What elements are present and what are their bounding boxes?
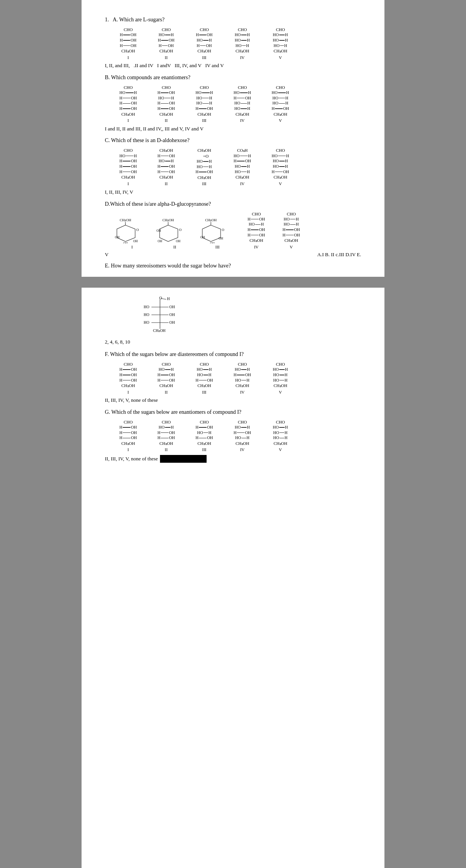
svg-text:OH: OH [219,237,223,240]
structure-V-a: CHO HOH HOH HOH CH₂OH V [265,27,296,60]
part-f-structures: CHO HOH HOH HOH CH₂OH I CHO HOH [113,361,361,395]
svg-text:CH₂OH: CH₂OH [153,328,165,333]
part-e-label: E. How many stereoisomers would the suga… [105,262,361,270]
answer-g-row: II, III, IV, V, none of these [105,455,361,463]
sugar-e-drawing: O H HO OH HO OH HO OH CH₂OH [136,294,183,333]
answer-f: II, III, IV, V, none of these [105,396,361,404]
part-g-structures: CHO HOH HOH HOH CH₂OH I CHO HOH [113,419,361,453]
svg-text:CH₂OH: CH₂OH [205,218,217,222]
structure-I-b: CHO HOH HOH HOH HOH CH₂OH I [113,85,144,123]
answer-1d-row: V A.I B. II c.III D.IV E. [105,252,361,258]
page: 1. A. Which are L-sugars? CHO HOH HOH HO… [82,0,384,868]
structure-I-c: CHO HOH HOH HOH HOH CH₂OH I [113,148,144,186]
part-b-structures: CHO HOH HOH HOH HOH CH₂OH I [113,85,361,123]
svg-text:OH: OH [176,240,181,243]
structure-II-a: CHO HOH HOH HOH CH₂OH II [151,27,182,60]
svg-text:O: O [136,228,139,232]
structure-III-b: CHO HOH HOH HOH HOH CH₂OH III [189,85,220,123]
structure-III-a: CHO HOH HOH HOH CH₂OH III [189,27,220,60]
answer-1b: I and II, II and III, II and IV,, III an… [105,125,361,133]
svg-marker-16 [202,225,221,241]
svg-text:CH₂OH: CH₂OH [120,218,131,222]
svg-text:OH: OH [158,240,162,243]
answer-g-text: II, III, IV, V, none of these [105,456,158,462]
svg-text:OH: OH [169,320,175,325]
structure-IV-d: CHO HOH HOH HOH HOH CH₂OH IV [241,211,272,250]
svg-text:O: O [179,228,182,232]
svg-text:OH: OH [169,305,175,309]
svg-text:O: O [222,228,224,232]
pyranose-ring-II: CH₂OH O OH OH OH [156,218,193,243]
structure-V-b: CHO HOH HOH HOH HOH CH₂OH V [265,85,296,123]
svg-text:OH: OH [156,229,161,233]
structure-II-g: CHO HOH HOH HOH CH₂OH II [151,419,182,453]
pyranose-ring-III: CH₂OH O OH OH OH [199,218,236,243]
part-c-structures: CHO HOH HOH HOH HOH CH₂OH I [113,148,361,187]
svg-text:H: H [167,297,170,301]
answer-1d-v: V [105,252,317,258]
structure-III-g: CHO HOH HOH HOH CH₂OH III [189,419,220,453]
answer-e: 2, 4, 6, 8, 10 [105,338,361,346]
pyranose-ring-I: CH₂OH O OH OH OH [114,218,151,243]
answer-1d-text: A.I B. II c.III D.IV E. [317,252,361,258]
part-a-structures: CHO HOH HOH HOH CH₂OH I CHO [113,27,361,60]
svg-text:OH: OH [123,242,128,243]
part-b-label: B. Which compounds are enantiomers? [105,73,361,82]
label-IV-a: IV [240,55,245,61]
structure-II-c: CH₂OH HOH HOH HOH HOH CH₂OH II [151,148,182,186]
svg-text:HO: HO [144,305,149,309]
structure-IV-g: CHO HOH HOH HOH CH₂OH IV [227,419,258,453]
structure-I-g: CHO HOH HOH HOH CH₂OH I [113,419,144,453]
structure-V-f: CHO HOH HOH HOH CH₂OH V [265,361,296,395]
label-II-a: II [165,55,167,61]
label-III-a: III [202,55,207,61]
part-g-label: G. Which of the sugars below are enantio… [105,408,361,416]
answer-1c: I, II, III, IV, V [105,188,361,196]
structure-III-f: CHO HOH HOH HOH CH₂OH III [189,361,220,395]
svg-text:HO: HO [144,320,149,325]
structure-III-c: CH₂OH =O HOH HOH HOH CH₂OH III [189,148,220,187]
label-V-a: V [279,55,282,61]
structure-I-f: CHO HOH HOH HOH CH₂OH I [113,361,144,395]
answer-1a: I, II, and III, .II and IV I andV III, I… [105,62,361,69]
structure-IV-b: CHO HOH HOH HOH HOH CH₂OH IV [227,85,258,123]
sugar-e-structure: O H HO OH HO OH HO OH CH₂OH [136,294,361,334]
structure-V-d: CHO HOH HOH HOH HOH CH₂OH V [276,211,307,250]
question-1-text: 1. A. Which are L-sugars? [105,16,361,24]
structure-V-c: CHO HOH HOH HOH HOH CH₂OH V [265,148,296,186]
label-I-a: I [127,55,129,61]
structure-IV-f: CHO HOH HOH HOH CH₂OH IV [227,361,258,395]
svg-text:OH: OH [200,236,205,239]
page-break [82,277,384,288]
svg-marker-2 [117,225,135,241]
part-f-label: F. Which of the sugars below are diaster… [105,350,361,358]
svg-text:OH: OH [210,242,215,243]
svg-text:OH: OH [169,312,175,317]
svg-text:OH: OH [115,236,120,239]
structure-IV-c: CO₂H HOH HOH HOH HOH CH₂OH IV [227,148,258,186]
part-d-label: D.Which of these is/are alpha-D-glucopyr… [105,200,361,208]
part-c-label: C. Which of these is an D-aldohexose? [105,136,361,144]
part-d-structures: CH₂OH O OH OH OH I CH₂OH O O [113,211,361,250]
pyranose-III: CH₂OH O OH OH OH III [198,218,237,250]
structure-II-f: CHO HOH HOH HOH CH₂OH II [151,361,182,395]
svg-text:HO: HO [144,312,149,317]
structure-I-a: CHO HOH HOH HOH CH₂OH I [113,27,144,60]
svg-text:CH₂OH: CH₂OH [162,218,174,222]
svg-text:O: O [159,296,162,300]
svg-marker-9 [160,225,178,241]
structure-V-g: CHO HOH HOH HOH CH₂OH V [265,419,296,453]
answer-g-blackbox [160,455,207,463]
structure-II-b: CHO HOH HOH HOH HOH CH₂OH II [151,85,182,123]
structure-IV-a: CHO HOH HOH HOH CH₂OH IV [227,27,258,60]
question-1-section: 1. A. Which are L-sugars? CHO HOH HOH HO… [105,16,361,270]
pyranose-II: CH₂OH O OH OH OH II [155,218,194,250]
pyranose-I: CH₂OH O OH OH OH I [113,218,151,250]
svg-text:OH: OH [133,240,138,243]
